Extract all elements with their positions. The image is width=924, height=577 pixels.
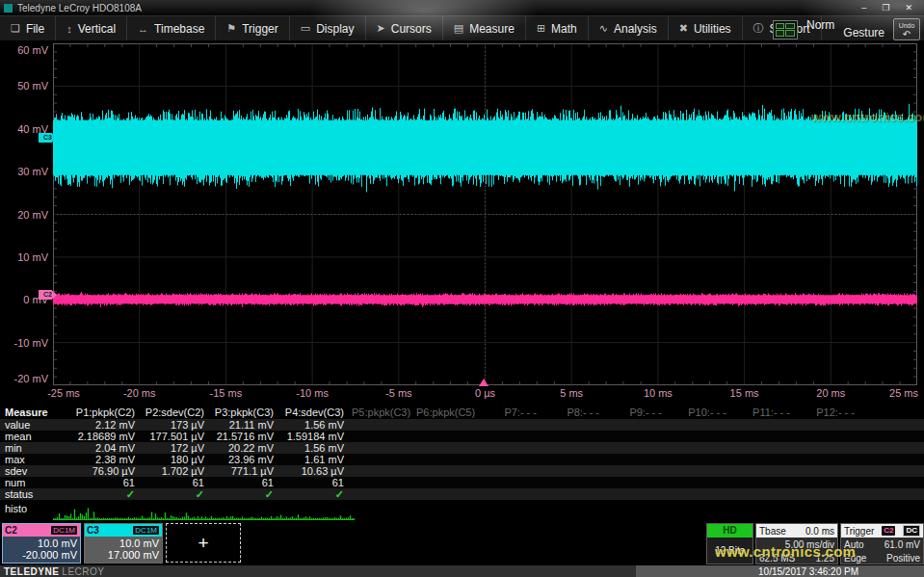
measure-menu-icon: ▤ xyxy=(454,22,463,35)
measure-cell xyxy=(416,431,482,442)
measure-column-header-p2[interactable]: P2:sdev(C2) xyxy=(143,407,212,419)
menu-file-label: File xyxy=(26,22,44,36)
measure-cell xyxy=(416,477,482,488)
measure-column-header-p4[interactable]: P4:sdev(C3) xyxy=(281,407,352,419)
menu-utilities[interactable]: ✖Utilities xyxy=(669,16,743,40)
menu-timebase[interactable]: ↔Timebase xyxy=(127,16,216,40)
status-check-icon: ✓ xyxy=(281,488,352,500)
measure-column-header-p11[interactable]: P11:- - - xyxy=(734,407,798,419)
measure-cell: 21.5716 mV xyxy=(212,431,281,442)
x-axis-tick-label: -20 ms xyxy=(123,387,156,399)
menu-display[interactable]: ▭Display xyxy=(290,16,366,40)
y-axis-tick-label: 50 mV xyxy=(0,80,48,92)
measure-cell: 180 µV xyxy=(143,454,212,465)
menu-measure[interactable]: ▤Measure xyxy=(443,16,526,40)
channel-vdiv: 10.0 mV xyxy=(3,538,77,549)
menu-cursors[interactable]: ➤Cursors xyxy=(366,16,443,40)
measure-cell: 10.63 µV xyxy=(281,465,352,477)
add-trace-button[interactable]: + xyxy=(166,523,241,563)
restore-button[interactable]: ❐ xyxy=(882,3,889,13)
measure-column-header-p12[interactable]: P12:- - - xyxy=(798,407,862,419)
measure-column-header-p1[interactable]: P1:pkpk(C2) xyxy=(56,407,143,419)
gesture-label[interactable]: Gesture xyxy=(843,26,884,39)
measure-cell xyxy=(352,454,416,465)
trigger-descriptor-box[interactable]: Trigger C2 DC Auto 61.0 mV Edge Positive xyxy=(840,523,924,564)
measure-column-header-p5[interactable]: P5:pkpk(C3) xyxy=(352,407,416,419)
measure-cell xyxy=(798,431,862,442)
trigger-slope: Positive xyxy=(886,553,920,564)
menu-file[interactable]: ❏File xyxy=(0,16,56,40)
norm-label[interactable]: Norm xyxy=(806,18,834,32)
hd-mode-box[interactable]: HD 12 Bits xyxy=(706,523,753,564)
measure-cell xyxy=(544,442,607,454)
measure-cell: 2.04 mV xyxy=(56,442,143,454)
y-axis-tick-label: 40 mV xyxy=(0,123,48,135)
measure-cell xyxy=(544,419,607,431)
measure-column-header-p9[interactable]: P9:- - - xyxy=(607,407,670,419)
measure-cell: 2.18689 mV xyxy=(56,431,143,442)
timebase-descriptor-box[interactable]: Tbase 0.0 ms 5.00 ms/div 62.5 MS 1.25 xyxy=(755,523,838,564)
measure-column-header-p7[interactable]: P7:- - - xyxy=(482,407,544,419)
menu-timebase-label: Timebase xyxy=(154,22,204,36)
menu-analysis[interactable]: ∿Analysis xyxy=(589,16,669,40)
menu-right-cluster: Norm Gesture Undo ↶ xyxy=(773,16,920,42)
measure-cell xyxy=(734,454,798,465)
measure-cell xyxy=(734,419,798,431)
measure-column-header-p10[interactable]: P10:- - - xyxy=(670,407,734,419)
x-axis-tick-label: -5 ms xyxy=(385,387,412,399)
channel-c3-descriptor[interactable]: C3DC1M10.0 mV17.000 mV xyxy=(84,523,163,564)
measure-cell xyxy=(607,454,670,465)
y-axis-tick-label: -10 mV xyxy=(0,337,48,349)
undo-button[interactable]: Undo ↶ xyxy=(893,18,920,40)
oscilloscope-screen: Teledyne LeCroy HDO8108A – ❐ ✕ ❏File↕Ver… xyxy=(0,0,924,577)
measure-cell xyxy=(607,477,670,488)
measure-cell: 23.96 mV xyxy=(212,454,281,465)
trigger-mode: Auto xyxy=(844,539,864,550)
measure-column-header-p6[interactable]: P6:pkpk(C5) xyxy=(416,407,482,419)
grid-display-icon[interactable] xyxy=(773,20,798,39)
measure-row-label: min xyxy=(0,442,56,454)
measure-cell: 2.12 mV xyxy=(56,419,143,431)
measure-cell xyxy=(544,465,607,477)
measure-cell: 1.56 mV xyxy=(281,419,352,431)
measure-cell: 771.1 µV xyxy=(212,465,281,477)
measure-cell xyxy=(352,465,416,477)
measure-cell: 173 µV xyxy=(143,419,212,431)
measure-row-status: status✓✓✓✓ xyxy=(0,488,924,500)
measure-cell xyxy=(352,442,416,454)
minimize-button[interactable]: – xyxy=(861,3,866,13)
measure-cell xyxy=(482,477,544,488)
measure-cell xyxy=(798,477,862,488)
window-title: Teledyne LeCroy HDO8108A xyxy=(17,3,142,13)
datetime: 10/15/2017 3:46:20 PM xyxy=(636,565,924,577)
file-menu-icon: ❏ xyxy=(11,22,20,35)
measure-cell xyxy=(734,477,798,488)
trigger-time-marker[interactable] xyxy=(479,379,488,386)
measure-cell xyxy=(670,454,734,465)
tbase-rate: 1.25 xyxy=(816,553,834,564)
measure-title: Measure xyxy=(0,407,56,419)
measure-row-max: max2.38 mV180 µV23.96 mV1.61 mV xyxy=(0,454,924,465)
measure-cell xyxy=(544,431,607,442)
graticule-svg xyxy=(53,43,917,385)
menu-trigger-label: Trigger xyxy=(242,22,278,36)
measure-cell xyxy=(607,442,670,454)
menu-vertical[interactable]: ↕Vertical xyxy=(56,16,127,40)
channel-offset: -20.000 mV xyxy=(3,549,77,561)
waveform-display-area[interactable] xyxy=(53,43,917,385)
measure-column-header-p8[interactable]: P8:- - - xyxy=(544,407,607,419)
menu-trigger[interactable]: ⚑Trigger xyxy=(216,16,289,40)
measure-cell xyxy=(352,419,416,431)
measure-column-header-p3[interactable]: P3:pkpk(C3) xyxy=(212,407,281,419)
close-button[interactable]: ✕ xyxy=(905,3,912,13)
brand-teledyne: TELEDYNE xyxy=(4,566,59,577)
measure-row-label: sdev xyxy=(0,465,56,477)
utilities-menu-icon: ✖ xyxy=(679,22,688,35)
menu-bar: ❏File↕Vertical↔Timebase⚑Trigger▭Display➤… xyxy=(0,15,924,41)
menu-math[interactable]: ⊞Math xyxy=(526,16,589,40)
measure-cell xyxy=(544,477,607,488)
display-menu-icon: ▭ xyxy=(301,22,310,35)
channel-c2-descriptor[interactable]: C2DC1M10.0 mV-20.000 mV xyxy=(2,523,81,564)
status-check-icon xyxy=(416,488,482,500)
measure-cell xyxy=(416,465,482,477)
